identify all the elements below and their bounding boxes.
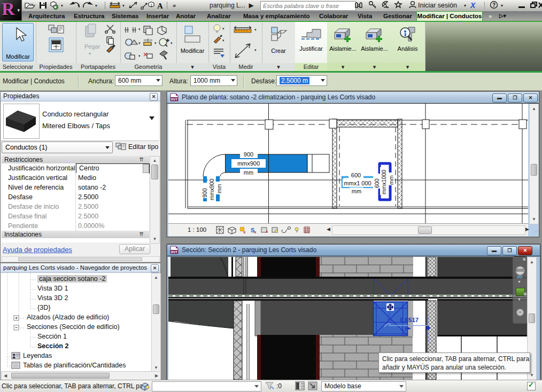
svg-text:mmx1 000: mmx1 000 [344, 180, 371, 186]
svg-text:?: ? [492, 2, 495, 8]
svg-text:▾: ▾ [222, 27, 224, 30]
svg-text:Iniciar sesión: Iniciar sesión [418, 2, 457, 9]
svg-text:x: x [254, 230, 257, 234]
svg-text:mmx900: mmx900 [208, 179, 215, 200]
svg-text:A: A [157, 2, 163, 10]
svg-text:1: 1 [150, 3, 152, 7]
svg-text:600: 600 [374, 178, 380, 188]
svg-text:0.6517: 0.6517 [400, 317, 419, 323]
svg-text:900: 900 [244, 151, 253, 158]
svg-text:600: 600 [351, 172, 361, 178]
svg-text:▾: ▾ [61, 3, 63, 8]
svg-text:▾: ▾ [89, 51, 91, 56]
svg-text:Pegar: Pegar [84, 43, 100, 50]
svg-text:mm: mm [216, 184, 222, 193]
svg-text:+: + [166, 38, 169, 43]
svg-text:RVT: RVT [171, 250, 177, 254]
svg-text:▾: ▾ [138, 54, 141, 58]
svg-text:▾: ▾ [138, 27, 141, 31]
svg-text:mm: mm [244, 169, 253, 176]
svg-text:▾: ▾ [154, 41, 157, 45]
svg-text:mmx1000: mmx1000 [381, 170, 387, 194]
svg-text:▾: ▾ [138, 41, 141, 45]
svg-text:mm: mm [352, 188, 361, 194]
svg-text:»: » [173, 2, 176, 9]
svg-text:▾: ▾ [171, 41, 173, 45]
svg-text:▾: ▾ [254, 28, 257, 32]
svg-text:▾: ▾ [122, 3, 125, 8]
svg-text:mmx900: mmx900 [237, 160, 260, 167]
svg-text:▾: ▾ [464, 3, 466, 8]
svg-text:900: 900 [202, 188, 208, 198]
svg-text:▾: ▾ [78, 3, 80, 8]
svg-text:x: x [243, 230, 246, 234]
svg-text:RVT: RVT [171, 98, 177, 101]
svg-text:x: x [266, 229, 268, 234]
svg-text:▾: ▾ [222, 38, 224, 42]
svg-text:mm: mm [388, 175, 394, 185]
svg-text:▾: ▾ [254, 48, 257, 52]
svg-text:▾: ▾ [501, 3, 503, 8]
svg-text:▾: ▾ [95, 3, 97, 8]
svg-text:X: X [470, 1, 476, 10]
